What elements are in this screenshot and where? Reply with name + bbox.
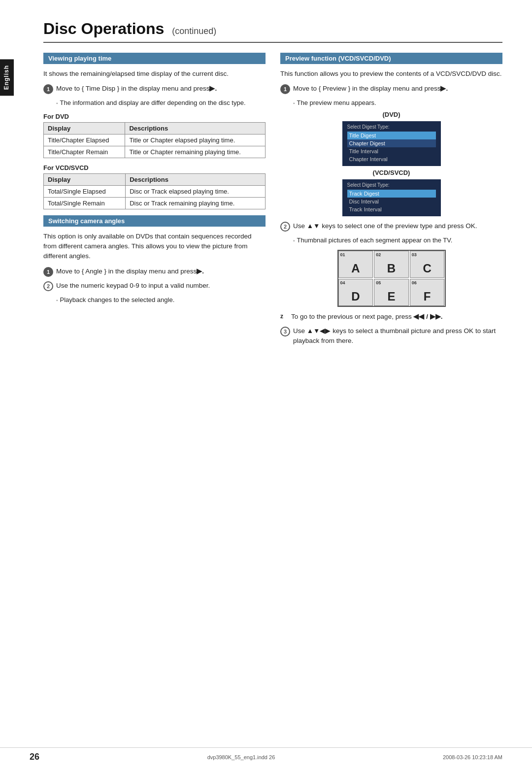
sub-note-preview-2: Thumbnail pictures of each segment appea… <box>293 235 502 245</box>
thumbnail-cell: 02B <box>374 251 409 278</box>
step-number-2b: 2 <box>43 281 53 291</box>
thumbnail-cell: 01A <box>338 251 373 278</box>
sub-note-2: Playback changes to the selected angle. <box>56 295 266 305</box>
table-row: Total/Single RemainDisc or Track remaini… <box>44 197 266 209</box>
step-number-1b: 1 <box>43 267 53 277</box>
vcd-label: (VCD/SVCD) <box>280 169 502 176</box>
step-z-label: z <box>280 313 288 320</box>
dvd-menu-title: Select Digest Type: <box>347 124 436 130</box>
step-number-2r: 2 <box>280 222 290 232</box>
main-content: Viewing playing time It shows the remain… <box>43 53 502 350</box>
preview-header: Preview function (VCD/SVCD/DVD) <box>280 53 502 64</box>
step-2b-content: Use the numeric keypad 0-9 to input a va… <box>56 281 266 291</box>
page-number: 26 <box>30 752 39 762</box>
english-tab: English <box>0 59 14 96</box>
dvd-menu-mockup: Select Digest Type: Title DigestChapter … <box>342 121 441 166</box>
left-column: Viewing playing time It shows the remain… <box>43 53 266 350</box>
for-dvd-label: For DVD <box>43 113 266 120</box>
step-2-preview: 2 Use ▲▼ keys to select one of the previ… <box>280 221 502 232</box>
thumbnail-grid: 01A02B03C04D05E06F <box>337 250 446 307</box>
vcd-col1-header: Display <box>44 173 126 185</box>
step-number-1r: 1 <box>280 84 290 94</box>
footer-right: 2008-03-26 10:23:18 AM <box>443 754 502 760</box>
menu-item: Chapter Interval <box>347 155 436 163</box>
footer-left: dvp3980K_55_eng1.indd 26 <box>207 754 275 760</box>
table-row: Title/Chapter ElapsedTitle or Chapter el… <box>44 134 266 146</box>
dvd-col1-header: Display <box>44 122 125 134</box>
sub-note-1: The information and display are differ d… <box>56 98 266 108</box>
page-container: English Disc Operations (continued) View… <box>0 0 532 772</box>
step-2r-content: Use ▲▼ keys to select one of the preview… <box>293 221 502 231</box>
menu-item: Title Digest <box>347 132 436 139</box>
dvd-table: Display Descriptions Title/Chapter Elaps… <box>43 122 266 158</box>
step-number-3r: 3 <box>280 327 290 336</box>
menu-item: Track Digest <box>347 190 436 198</box>
menu-item: Chapter Digest <box>347 139 436 147</box>
vcd-table: Display Descriptions Total/Single Elapse… <box>43 173 266 209</box>
step-1b-content: Move to { Angle } in the display menu an… <box>56 267 266 276</box>
step-1-content: Move to { Time Disp } in the display men… <box>56 84 266 94</box>
vcd-menu-title: Select Digest Type: <box>347 182 436 188</box>
thumbnail-cell: 03C <box>410 251 445 278</box>
table-row: Title/Chapter RemainTitle or Chapter rem… <box>44 146 266 158</box>
dvd-col2-header: Descriptions <box>125 122 266 134</box>
page-footer: 26 dvp3980K_55_eng1.indd 26 2008-03-26 1… <box>0 747 532 762</box>
page-subtitle: (continued) <box>172 26 216 36</box>
page-header: Disc Operations (continued) <box>43 20 502 43</box>
preview-intro: This function allows you to preview the … <box>280 69 502 79</box>
step-z: z To go to the previous or next page, pr… <box>280 312 502 322</box>
sub-note-preview-1: The preview menu appears. <box>293 98 502 108</box>
table-row: Total/Single ElapsedDisc or Track elapse… <box>44 185 266 197</box>
menu-item: Disc Interval <box>347 198 436 205</box>
step-2-switching: 2 Use the numeric keypad 0-9 to input a … <box>43 281 266 291</box>
page-title: Disc Operations <box>43 20 164 37</box>
dvd-label: (DVD) <box>280 111 502 118</box>
right-column: Preview function (VCD/SVCD/DVD) This fun… <box>280 53 502 350</box>
step-1-viewing: 1 Move to { Time Disp } in the display m… <box>43 84 266 94</box>
vcd-menu-mockup: Select Digest Type: Track DigestDisc Int… <box>342 179 441 216</box>
step-1r-content: Move to { Preview } in the display menu … <box>293 84 502 94</box>
thumbnail-cell: 05E <box>374 279 409 306</box>
thumbnail-cell: 06F <box>410 279 445 306</box>
viewing-header: Viewing playing time <box>43 53 266 64</box>
step-3-preview: 3 Use ▲▼◀▶ keys to select a thumbnail pi… <box>280 326 502 346</box>
menu-item: Track Interval <box>347 205 436 213</box>
step-z-content: To go to the previous or next page, pres… <box>291 312 502 322</box>
switching-intro: This option is only available on DVDs th… <box>43 232 266 262</box>
menu-item: Title Interval <box>347 147 436 155</box>
for-vcd-label: For VCD/SVCD <box>43 164 266 171</box>
vcd-col2-header: Descriptions <box>126 173 266 185</box>
viewing-intro: It shows the remaining/elapsed time disp… <box>43 69 266 79</box>
thumbnail-cell: 04D <box>338 279 373 306</box>
step-1-preview: 1 Move to { Preview } in the display men… <box>280 84 502 94</box>
step-3r-content: Use ▲▼◀▶ keys to select a thumbnail pict… <box>293 326 502 346</box>
step-1-switching: 1 Move to { Angle } in the display menu … <box>43 267 266 277</box>
step-number-1: 1 <box>43 84 53 94</box>
switching-header: Switching camera angles <box>43 215 266 227</box>
